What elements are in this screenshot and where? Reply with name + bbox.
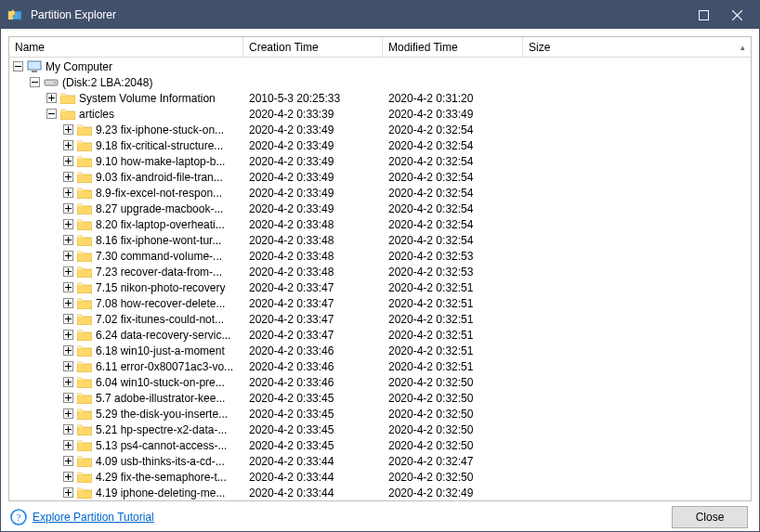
- creation-time: 2020-4-2 0:33:49: [243, 139, 383, 152]
- svg-rect-7: [32, 71, 37, 72]
- tree-folder[interactable]: 9.18 fix-critical-structure...2020-4-2 0…: [9, 137, 751, 153]
- tree-folder[interactable]: 6.18 win10-just-a-moment2020-4-2 0:33:46…: [9, 343, 751, 358]
- tree-folder[interactable]: 4.29 fix-the-semaphore-t...2020-4-2 0:33…: [9, 469, 751, 485]
- tree-folder[interactable]: System Volume Information2010-5-3 20:25:…: [9, 90, 751, 106]
- expand-icon[interactable]: [63, 140, 73, 150]
- modified-time: 2020-4-2 0:32:51: [383, 360, 523, 373]
- expand-icon[interactable]: [63, 298, 73, 308]
- expand-icon[interactable]: [63, 330, 73, 340]
- modified-time: 2020-4-2 0:32:54: [383, 139, 523, 152]
- tree-folder[interactable]: 5.21 hp-spectre-x2-data-...2020-4-2 0:33…: [9, 422, 751, 437]
- folder-icon: [77, 281, 92, 293]
- column-headers: Name Creation Time Modified Time Size▴: [9, 37, 751, 58]
- file-list: Name Creation Time Modified Time Size▴ M…: [8, 36, 752, 501]
- expand-icon[interactable]: [63, 314, 73, 324]
- tree-folder[interactable]: 6.24 data-recovery-servic...2020-4-2 0:3…: [9, 327, 751, 343]
- tree-folder[interactable]: 7.08 how-recover-delete...2020-4-2 0:33:…: [9, 295, 751, 311]
- item-label: My Computer: [46, 60, 112, 73]
- svg-rect-2: [699, 10, 708, 19]
- folder-icon: [77, 202, 92, 214]
- modified-time: 2020-4-2 0:32:54: [383, 202, 523, 215]
- item-label: 9.10 how-make-laptop-b...: [96, 155, 225, 168]
- creation-time: 2020-4-2 0:33:44: [243, 471, 383, 484]
- tree-folder[interactable]: 7.02 fix-itunes-could-not...2020-4-2 0:3…: [9, 311, 751, 327]
- folder-icon: [77, 471, 92, 483]
- item-label: (Disk:2 LBA:2048): [62, 76, 152, 89]
- expand-icon[interactable]: [46, 93, 57, 103]
- close-button[interactable]: Close: [672, 506, 748, 528]
- expand-icon[interactable]: [63, 251, 73, 261]
- expand-icon[interactable]: [63, 266, 73, 277]
- tree-folder[interactable]: 4.19 iphone-deleting-me...2020-4-2 0:33:…: [9, 485, 751, 500]
- column-header-mtime[interactable]: Modified Time: [383, 37, 523, 57]
- expand-icon[interactable]: [63, 235, 73, 245]
- column-header-ctime[interactable]: Creation Time: [243, 37, 383, 57]
- expand-icon[interactable]: [63, 440, 73, 450]
- expand-icon[interactable]: [63, 487, 73, 498]
- tree-folder[interactable]: 8.16 fix-iphone-wont-tur...2020-4-2 0:33…: [9, 232, 751, 248]
- tree-folder[interactable]: 5.29 the-disk-you-inserte...2020-4-2 0:3…: [9, 406, 751, 422]
- expand-icon[interactable]: [63, 409, 73, 419]
- expand-icon[interactable]: [63, 172, 73, 182]
- creation-time: 2020-4-2 0:33:45: [243, 423, 383, 436]
- tree-folder[interactable]: 7.30 command-volume-...2020-4-2 0:33:482…: [9, 248, 751, 264]
- tree-folder[interactable]: 5.13 ps4-cannot-access-...2020-4-2 0:33:…: [9, 437, 751, 453]
- folder-icon: [77, 313, 92, 325]
- modified-time: 2020-4-2 0:31:20: [383, 92, 523, 105]
- maximize-button[interactable]: [687, 1, 720, 29]
- expand-icon[interactable]: [63, 282, 73, 292]
- help-icon[interactable]: ?: [10, 509, 27, 526]
- tree-folder[interactable]: articles2020-4-2 0:33:392020-4-2 0:33:49: [9, 106, 751, 122]
- folder-icon: [77, 408, 92, 420]
- creation-time: 2020-4-2 0:33:46: [243, 344, 383, 357]
- tree-folder[interactable]: 8.9-fix-excel-not-respon...2020-4-2 0:33…: [9, 185, 751, 201]
- expand-icon[interactable]: [63, 188, 73, 198]
- collapse-icon[interactable]: [13, 61, 23, 71]
- expand-icon[interactable]: [63, 345, 73, 356]
- column-header-name[interactable]: Name: [9, 37, 243, 57]
- item-label: 6.18 win10-just-a-moment: [96, 344, 225, 357]
- tree-folder[interactable]: 6.04 win10-stuck-on-pre...2020-4-2 0:33:…: [9, 374, 751, 390]
- expand-icon[interactable]: [63, 456, 73, 466]
- expand-icon[interactable]: [63, 424, 73, 435]
- item-label: 9.18 fix-critical-structure...: [96, 139, 223, 152]
- tree-folder[interactable]: 8.27 upgrade-macbook-...2020-4-2 0:33:49…: [9, 201, 751, 216]
- tree-folder[interactable]: 7.15 nikon-photo-recovery2020-4-2 0:33:4…: [9, 279, 751, 295]
- expand-icon[interactable]: [63, 203, 73, 214]
- tree-folder[interactable]: 5.7 adobe-illustrator-kee...2020-4-2 0:3…: [9, 390, 751, 406]
- tree-folder[interactable]: 8.20 fix-laptop-overheati...2020-4-2 0:3…: [9, 216, 751, 232]
- expand-icon[interactable]: [63, 124, 73, 135]
- creation-time: 2020-4-2 0:33:49: [243, 171, 383, 184]
- close-window-button[interactable]: [720, 1, 753, 29]
- tree-disk[interactable]: (Disk:2 LBA:2048): [9, 74, 751, 90]
- modified-time: 2020-4-2 0:32:50: [383, 392, 523, 405]
- column-header-ctime-label: Creation Time: [249, 41, 319, 54]
- item-label: 7.30 command-volume-...: [96, 250, 222, 263]
- tree-folder[interactable]: 9.23 fix-iphone-stuck-on...2020-4-2 0:33…: [9, 122, 751, 137]
- folder-icon: [77, 297, 92, 309]
- tree-folder[interactable]: 9.10 how-make-laptop-b...2020-4-2 0:33:4…: [9, 153, 751, 169]
- collapse-icon[interactable]: [30, 77, 40, 87]
- tree-root[interactable]: My Computer: [9, 58, 751, 74]
- column-header-size[interactable]: Size▴: [523, 37, 751, 57]
- expand-icon[interactable]: [63, 156, 73, 166]
- modified-time: 2020-4-2 0:32:47: [383, 455, 523, 468]
- footer: ? Explore Partition Tutorial Close: [8, 501, 752, 532]
- tree-folder[interactable]: 7.23 recover-data-from-...2020-4-2 0:33:…: [9, 264, 751, 279]
- tree-folder[interactable]: 4.09 usb-thinks-its-a-cd-...2020-4-2 0:3…: [9, 453, 751, 469]
- collapse-icon[interactable]: [46, 109, 57, 119]
- column-header-size-label: Size: [529, 41, 550, 54]
- expand-icon[interactable]: [63, 219, 73, 229]
- item-label: 6.24 data-recovery-servic...: [96, 329, 230, 342]
- expand-icon[interactable]: [63, 361, 73, 371]
- creation-time: 2020-4-2 0:33:47: [243, 313, 383, 326]
- tree-view[interactable]: My Computer(Disk:2 LBA:2048)System Volum…: [9, 58, 751, 500]
- modified-time: 2020-4-2 0:32:54: [383, 234, 523, 247]
- expand-icon[interactable]: [63, 393, 73, 403]
- item-label: 9.03 fix-android-file-tran...: [96, 171, 223, 184]
- tree-folder[interactable]: 6.11 error-0x80071ac3-vo...2020-4-2 0:33…: [9, 358, 751, 374]
- expand-icon[interactable]: [63, 472, 73, 482]
- expand-icon[interactable]: [63, 377, 73, 387]
- tree-folder[interactable]: 9.03 fix-android-file-tran...2020-4-2 0:…: [9, 169, 751, 185]
- tutorial-link[interactable]: Explore Partition Tutorial: [33, 511, 154, 524]
